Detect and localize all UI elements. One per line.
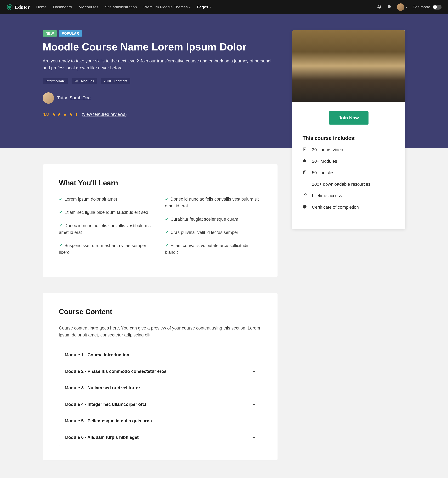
course-card: Join Now This course includes: 30+ hours… [292,30,405,229]
svg-marker-3 [304,149,305,150]
document-icon [303,170,307,176]
star-icon: ★ [57,112,61,117]
check-icon: ✓ [165,230,169,235]
edit-mode-label: Edit mode [413,5,430,9]
tutor-avatar [43,92,54,104]
user-menu[interactable]: ▾ [397,3,407,11]
hero-section: NEW POPULAR Moodle Course Name Lorem Ips… [0,14,448,148]
nav-pages[interactable]: Pages ▾ [197,5,211,9]
course-card-body: Join Now This course includes: 30+ hours… [292,101,405,229]
check-icon: ✓ [59,223,63,228]
tag-level: Intermediate [43,78,68,84]
course-tags: Intermediate 20+ Modules 2000+ Learners [43,78,277,84]
content-panel: Course Content Course content intro goes… [43,293,277,460]
edit-mode-toggle-wrap: Edit mode [413,5,442,10]
learn-item: ✓Lorem ipsum dolor sit amet [59,196,155,203]
module-row[interactable]: Module 6 - Aliquam turpis nibh eget+ [59,429,261,446]
star-half-icon: ⯨ [74,112,79,117]
chevron-down-icon: ▾ [210,6,211,9]
infinity-icon [303,193,307,198]
nav-site-admin[interactable]: Site administration [105,5,137,9]
badge-new: NEW [43,30,57,37]
hero-badges: NEW POPULAR [43,30,277,37]
nav-right: ▾ Edit mode [377,3,442,11]
hero-content: NEW POPULAR Moodle Course Name Lorem Ips… [43,30,277,117]
check-icon: ✓ [59,210,63,215]
rating-stars: ★ ★ ★ ★ ⯨ [52,112,79,117]
nav-dashboard[interactable]: Dashboard [53,5,72,9]
brand-logo[interactable]: Edutor [6,4,30,10]
tutor-name-link[interactable]: Sarah Doe [70,95,91,100]
user-avatar [397,3,404,11]
include-item: Lifetime access [303,193,395,198]
learn-title: What You'll Learn [59,179,261,187]
star-icon: ★ [52,112,56,117]
brand-name: Edutor [15,4,30,10]
bell-icon[interactable] [377,5,381,10]
learn-item: ✓Etiam convallis vulputate arcu sollicit… [165,242,261,256]
module-row[interactable]: Module 1 - Course Introduction+ [59,347,261,363]
include-item: 30+ hours video [303,147,395,152]
content-intro: Course content intro goes here. You can … [59,325,261,339]
star-icon: ★ [63,112,67,117]
box-icon [303,159,307,164]
course-title: Moodle Course Name Lorem Ipsum Dolor [43,41,277,53]
course-image [292,30,405,101]
tag-learners: 2000+ Learners [101,78,130,84]
chevron-down-icon: ▾ [406,6,407,9]
check-icon: ✓ [165,243,169,248]
include-item: 20+ Modules [303,159,395,164]
svg-marker-1 [8,6,11,9]
module-row[interactable]: Module 3 - Nullam sed orci vel tortor+ [59,380,261,396]
reviews-link[interactable]: view featured reviews [83,112,125,117]
nav-my-courses[interactable]: My courses [78,5,98,9]
learn-item: ✓Curabitur feugiat scelerisque quam [165,216,261,223]
learn-item: ✓Cras pulvinar velit id lectus semper [165,229,261,236]
includes-title: This course includes: [303,135,395,141]
top-navbar: Edutor Home Dashboard My courses Site ad… [0,0,448,14]
tag-modules: 20+ Modules [71,78,97,84]
check-icon: ✓ [165,217,169,222]
tutor-info: Tutor: Sarah Doe [43,92,277,104]
certificate-icon [303,205,307,210]
module-row[interactable]: Module 5 - Pellentesque id nulla quis ur… [59,413,261,429]
download-icon [303,182,307,187]
check-icon: ✓ [59,197,63,201]
modules-accordion: Module 1 - Course Introduction+ Module 2… [59,347,261,446]
nav-premium-themes[interactable]: Premium Moodle Themes ▾ [143,5,190,9]
logo-icon [6,4,13,10]
include-item: Certificate of completion [303,205,395,210]
rating-value: 4.8 [43,112,49,117]
nav-links: Home Dashboard My courses Site administr… [36,5,211,9]
reviews-link-wrap: (view featured reviews) [82,112,127,117]
tutor-label: Tutor: Sarah Doe [57,95,91,101]
include-item: 50+ articles [303,170,395,176]
plus-icon: + [252,402,256,408]
plus-icon: + [252,418,256,424]
module-row[interactable]: Module 4 - Integer nec ullamcorper orci+ [59,396,261,413]
learn-item: ✓Donec id nunc ac felis convallis vestib… [59,222,155,236]
star-icon: ★ [69,112,73,117]
plus-icon: + [252,369,256,374]
includes-list: 30+ hours video 20+ Modules 50+ articles… [303,147,395,210]
plus-icon: + [252,434,256,440]
include-item: 100+ downloadable resources [303,182,395,187]
check-icon: ✓ [165,197,169,201]
edit-mode-toggle[interactable] [433,5,442,10]
learn-item: ✓Donec id nunc ac felis convallis vestib… [165,196,261,209]
learn-item: ✓Suspendisse rutrum est arcu vitae sempe… [59,242,155,256]
svg-point-8 [303,205,307,208]
check-icon: ✓ [59,243,63,248]
video-icon [303,147,307,152]
module-row[interactable]: Module 2 - Phasellus commodo consectetur… [59,363,261,380]
rating-row: 4.8 ★ ★ ★ ★ ⯨ (view featured reviews) [43,112,277,117]
nav-home[interactable]: Home [36,5,47,9]
badge-popular: POPULAR [59,30,82,37]
learn-panel: What You'll Learn ✓Lorem ipsum dolor sit… [43,164,277,277]
join-button[interactable]: Join Now [329,111,368,125]
content-title: Course Content [59,308,261,316]
learn-item: ✓Etiam nec ligula bibendum faucibus elit… [59,209,155,216]
plus-icon: + [252,352,256,358]
chat-icon[interactable] [387,5,391,10]
plus-icon: + [252,385,256,391]
